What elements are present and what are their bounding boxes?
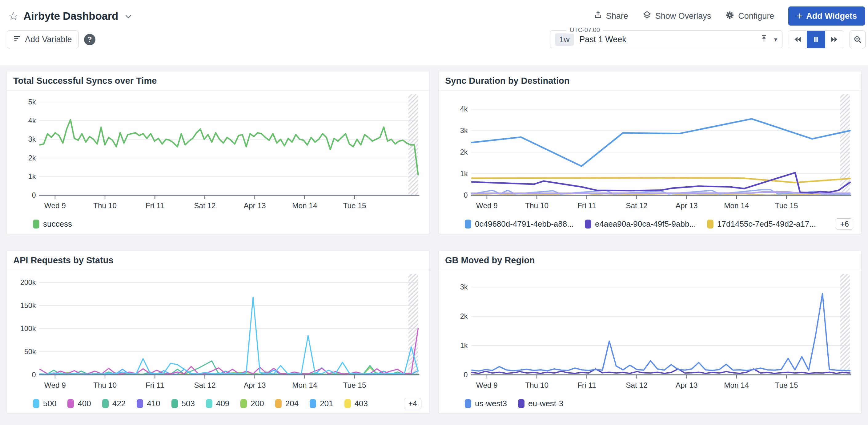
pin-icon[interactable]: [760, 34, 768, 44]
chart-canvas: 01k2k3kWed 9Thu 10Fri 11Sat 12Apr 13Mon …: [439, 272, 861, 396]
legend-item[interactable]: 500: [33, 399, 56, 408]
svg-text:Sat 12: Sat 12: [626, 202, 648, 210]
header-actions: Share Show Overlays Configure + Add: [594, 6, 865, 26]
legend-item[interactable]: 403: [344, 399, 368, 408]
plus-icon: +: [796, 10, 802, 21]
legend-item[interactable]: 409: [206, 399, 229, 408]
svg-text:Thu 10: Thu 10: [93, 381, 117, 389]
app-root: ☆ Airbyte Dashboard Share: [0, 0, 868, 414]
chart-area: 01k2k3k4kWed 9Thu 10Fri 11Sat 12Apr 13Mo…: [439, 92, 861, 216]
time-range-picker[interactable]: UTC-07:00 1w Past 1 Week ▾: [550, 30, 782, 48]
chart-legend: success: [7, 216, 429, 234]
legend-item[interactable]: success: [33, 219, 72, 229]
legend-item[interactable]: 410: [137, 399, 160, 408]
legend-item[interactable]: 201: [310, 399, 333, 408]
add-widgets-button[interactable]: + Add Widgets: [788, 6, 865, 26]
legend-swatch: [206, 399, 212, 408]
svg-text:Sat 12: Sat 12: [194, 202, 216, 210]
legend-swatch: [33, 399, 39, 408]
svg-text:1k: 1k: [460, 341, 468, 350]
legend-item[interactable]: e4aea90a-90ca-49f5-9abb...: [585, 219, 696, 229]
svg-text:0: 0: [32, 371, 36, 379]
legend-label: e4aea90a-90ca-49f5-9abb...: [595, 219, 696, 229]
svg-text:4k: 4k: [460, 105, 468, 113]
legend-label: 204: [285, 399, 299, 408]
chart-area: 050k100k150k200kWed 9Thu 10Fri 11Sat 12A…: [7, 272, 429, 396]
zoom-out-button[interactable]: [849, 30, 866, 48]
show-overlays-button[interactable]: Show Overlays: [642, 11, 711, 22]
svg-text:Fri 11: Fri 11: [578, 381, 596, 389]
svg-text:0: 0: [464, 371, 468, 379]
favorite-star-icon[interactable]: ☆: [8, 10, 19, 22]
svg-text:100k: 100k: [20, 325, 36, 333]
legend-swatch: [585, 220, 591, 229]
legend-item[interactable]: 0c49680d-4791-4ebb-a88...: [465, 219, 574, 229]
legend-item[interactable]: 204: [275, 399, 299, 408]
legend-swatch: [707, 220, 713, 229]
svg-text:Thu 10: Thu 10: [525, 381, 549, 389]
configure-button[interactable]: Configure: [725, 10, 774, 22]
svg-text:Apr 13: Apr 13: [676, 202, 698, 210]
svg-text:Fri 11: Fri 11: [146, 381, 164, 389]
dashboard-header: ☆ Airbyte Dashboard Share: [0, 0, 868, 65]
svg-text:150k: 150k: [20, 302, 36, 309]
timezone-label: UTC-07:00: [567, 27, 603, 34]
svg-text:Fri 11: Fri 11: [578, 202, 596, 210]
legend-item[interactable]: 17d1455c-7ed5-49d2-a17...: [707, 219, 816, 229]
legend-label: 503: [182, 399, 195, 408]
configure-label: Configure: [738, 11, 774, 21]
svg-text:Mon 14: Mon 14: [724, 202, 749, 210]
legend-item[interactable]: eu-west-3: [518, 399, 563, 408]
share-button[interactable]: Share: [594, 11, 628, 22]
range-shortcut-pill[interactable]: 1w: [555, 33, 574, 46]
widget-title[interactable]: API Requests by Status: [7, 251, 429, 270]
svg-text:Mon 14: Mon 14: [724, 381, 749, 389]
legend-label: 17d1455c-7ed5-49d2-a17...: [717, 219, 816, 229]
legend-item[interactable]: 200: [240, 399, 264, 408]
title-dropdown-icon[interactable]: [124, 14, 132, 21]
time-forward-button[interactable]: [825, 31, 844, 48]
widget-sync-duration-by-destination: Sync Duration by Destination 01k2k3k4kWe…: [439, 71, 862, 234]
svg-text:Apr 13: Apr 13: [244, 202, 266, 210]
pause-button[interactable]: [807, 31, 825, 48]
legend-item[interactable]: 503: [172, 399, 195, 408]
help-icon[interactable]: ?: [84, 34, 95, 45]
legend-swatch: [240, 399, 247, 408]
legend-swatch: [344, 399, 351, 408]
widget-title[interactable]: GB Moved by Region: [439, 251, 861, 270]
time-backward-button[interactable]: [788, 31, 807, 48]
legend-swatch: [33, 220, 39, 229]
filter-icon: [13, 34, 21, 44]
widget-title[interactable]: Total Successful Syncs over Time: [7, 71, 429, 91]
legend-swatch: [465, 220, 471, 229]
page-title: Airbyte Dashboard: [23, 10, 118, 22]
range-label: Past 1 Week: [579, 35, 760, 44]
legend-swatch: [137, 399, 143, 408]
svg-text:200k: 200k: [20, 278, 36, 286]
add-variable-button[interactable]: Add Variable: [7, 30, 79, 48]
widget-api-requests-by-status: API Requests by Status 050k100k150k200kW…: [7, 251, 430, 414]
add-variable-label: Add Variable: [25, 35, 72, 44]
svg-text:1k: 1k: [460, 170, 468, 178]
svg-text:3k: 3k: [460, 283, 468, 291]
svg-text:50k: 50k: [24, 348, 36, 356]
legend-item[interactable]: us-west3: [465, 399, 507, 408]
legend-label: 500: [43, 399, 56, 408]
legend-item[interactable]: 400: [67, 399, 91, 408]
legend-overflow-badge[interactable]: +4: [404, 398, 422, 409]
show-overlays-label: Show Overlays: [655, 11, 711, 21]
widget-title[interactable]: Sync Duration by Destination: [439, 71, 861, 91]
legend-overflow-badge[interactable]: +6: [836, 218, 853, 230]
svg-text:5k: 5k: [28, 98, 36, 106]
legend-label: us-west3: [475, 399, 507, 408]
svg-text:Wed 9: Wed 9: [44, 381, 66, 389]
legend-label: 200: [251, 399, 264, 408]
legend-item[interactable]: 422: [102, 399, 126, 408]
range-caret-icon[interactable]: ▾: [774, 36, 777, 43]
svg-text:3k: 3k: [460, 127, 468, 135]
chart-area: 01k2k3kWed 9Thu 10Fri 11Sat 12Apr 13Mon …: [439, 272, 861, 396]
svg-text:Sat 12: Sat 12: [626, 381, 648, 389]
chart-legend: 0c49680d-4791-4ebb-a88...e4aea90a-90ca-4…: [439, 216, 861, 234]
svg-text:3k: 3k: [28, 135, 36, 143]
svg-text:Tue 15: Tue 15: [343, 202, 366, 210]
